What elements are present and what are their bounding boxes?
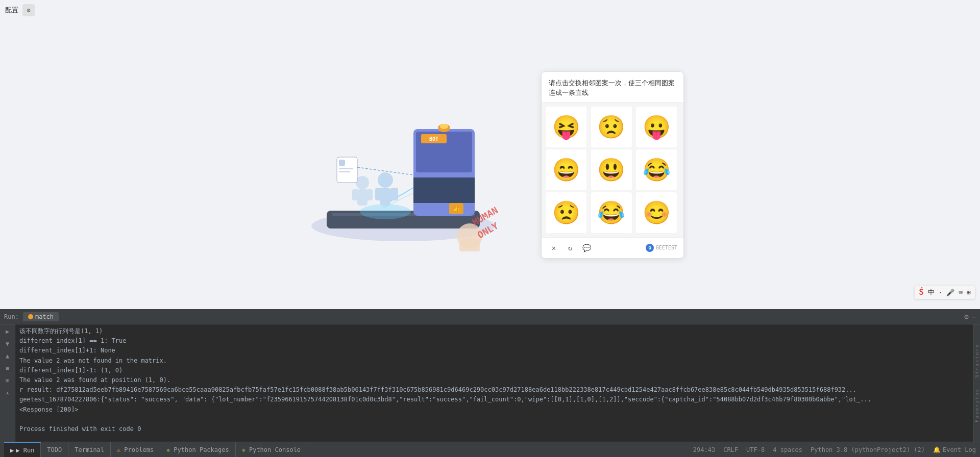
help-button[interactable]: 💬 [580,242,593,254]
console-output: 该不同数字的行列号是(1, 1) different_index[1] == 1… [15,324,973,442]
svg-rect-20 [366,189,373,200]
chinese-input-icon[interactable]: 中 [928,288,935,297]
favorites-label[interactable]: Favorites [974,388,979,422]
captcha-cell-5[interactable]: 😂 [636,149,677,190]
close-button[interactable]: ✕ [548,242,560,254]
scroll-up-button[interactable]: ▲ [3,351,13,361]
python-packages-label: Python Packages [174,446,229,453]
captcha-widget: 请点击交换相邻图案一次，使三个相同图案连成一条直线 😝 😟 😛 😄 😃 😂 😟 … [541,71,684,259]
svg-point-9 [440,124,448,129]
svg-rect-22 [339,160,345,166]
geetest-g-icon: G [646,244,654,252]
status-right: 294:43 CRLF UTF-8 4 spaces Python 3.8 (p… [693,446,976,453]
captcha-grid: 😝 😟 😛 😄 😃 😂 😟 😂 😊 [542,103,683,237]
svg-rect-16 [390,188,398,200]
run-tab-actions: ⚙ − [964,313,976,321]
console-line: different_index[1]-1: (1, 0) [19,366,969,375]
run-tab-name: match [35,313,54,320]
captcha-cell-1[interactable]: 😟 [591,107,632,147]
warning-icon: ⚠ [117,446,120,453]
console-line: The value 2 was not found in the matrix. [19,356,969,366]
gear-icon: ⚙ [27,7,30,14]
console-line: The value 2 was found at position (1, 0)… [19,375,969,385]
svg-rect-19 [352,189,359,200]
keyboard-icon[interactable]: ⌨ [959,289,963,296]
run-tab-match[interactable]: match [23,312,59,321]
minimize-icon[interactable]: − [972,313,976,321]
captcha-cell-0[interactable]: 😝 [546,107,586,147]
star-button[interactable]: ★ [3,388,13,398]
console-line-exit: Process finished with exit code 0 [19,424,969,434]
captcha-cell-8[interactable]: 😊 [636,192,677,233]
close-icon: ✕ [552,244,556,252]
svg-text:👍: 👍 [453,205,460,212]
captcha-instruction: 请点击交换相邻图案一次，使三个相同图案连成一条直线 [549,78,676,98]
refresh-button[interactable]: ↻ [564,242,576,254]
punctuation-icon[interactable]: · [939,289,943,296]
captcha-controls: ✕ ↻ 💬 [548,242,593,254]
input-method-bar: Ś 中 · 🎤 ⌨ ⊞ [915,286,975,299]
side-structure-panel: Structure Favorites [973,324,980,442]
terminal-tab[interactable]: Terminal [68,442,111,458]
ide-content: ▶ ▼ ▲ ≡ ⊞ ★ 该不同数字的行列号是(1, 1) different_i… [0,324,980,442]
browser-area: 配置 ⚙ BOT [0,0,980,309]
todo-tab[interactable]: TODO [41,442,68,458]
console-line: 该不同数字的行列号是(1, 1) [19,326,969,336]
help-icon: 💬 [582,244,591,252]
svg-rect-24 [339,171,350,172]
captcha-cell-4[interactable]: 😃 [591,149,632,190]
svg-rect-23 [339,168,353,169]
gear-button[interactable]: ⚙ [22,4,35,16]
captcha-header: 请点击交换相邻图案一次，使三个相同图案连成一条直线 [542,72,683,103]
run-status-label: ▶ Run [16,447,34,454]
indent: 4 spaces [773,446,802,453]
play-button[interactable]: ▶ [3,326,13,337]
console-line: <Response [200]> [19,405,969,415]
status-bar: ▶ ▶ Run TODO Terminal ⚠ Problems ◆ Pytho… [0,442,980,457]
captcha-cell-3[interactable]: 😄 [546,149,586,190]
microphone-icon[interactable]: 🎤 [946,289,954,296]
grid-button[interactable]: ⊞ [3,375,13,386]
svg-rect-15 [375,188,383,200]
python-console-label: Python Console [249,446,301,453]
event-log-button[interactable]: 🔔 Event Log [933,446,976,453]
config-label: 配置 [5,6,18,15]
python-console-icon: ◆ [242,446,246,453]
event-log-icon: 🔔 [933,446,941,453]
main-content: BOT [0,20,980,309]
settings-icon[interactable]: ⚙ [964,313,968,321]
line-ending: CRLF [723,446,738,453]
scroll-down-button[interactable]: ▼ [3,339,13,349]
svg-rect-7 [413,177,475,203]
status-tabs: ▶ ▶ Run TODO Terminal ⚠ Problems ◆ Pytho… [4,442,693,458]
ide-bottom: Run: match ⚙ − ▶ ▼ ▲ ≡ ⊞ ★ 该不同数字的行列号是(1,… [0,309,980,457]
captcha-cell-7[interactable]: 😂 [591,192,632,233]
charset: UTF-8 [746,446,765,453]
lines-button[interactable]: ≡ [3,363,13,373]
run-tab-status[interactable]: ▶ ▶ Run [4,442,41,458]
captcha-cell-6[interactable]: 😟 [546,192,586,233]
captcha-cell-2[interactable]: 😛 [636,107,677,147]
run-tab-bar: Run: match ⚙ − [0,309,980,324]
console-line [19,415,969,424]
top-bar: 配置 ⚙ [0,0,980,20]
svg-point-17 [356,176,369,189]
structure-label[interactable]: Structure [974,344,979,378]
console-line: different_index[1]+1: None [19,346,969,356]
run-label: Run: [4,313,19,320]
problems-tab[interactable]: ⚠ Problems [111,442,160,458]
svg-point-12 [360,204,411,219]
python-packages-icon: ◆ [166,446,170,453]
geetest-logo: G GEETEST [646,244,677,252]
python-console-tab[interactable]: ◆ Python Console [236,442,307,458]
console-line: geetest_1678704227806:{"status": "succes… [19,395,969,404]
run-tab-icon: ▶ [10,447,14,454]
robot-illustration: BOT [296,78,510,251]
grid-input-icon[interactable]: ⊞ [967,289,971,296]
console-line: different_index[1] == 1: True [19,336,969,346]
geetest-label: GEETEST [656,245,677,250]
event-log-label: Event Log [943,446,976,453]
captcha-footer: ✕ ↻ 💬 G GEETEST [542,237,683,258]
svg-rect-29 [459,239,480,251]
python-packages-tab[interactable]: ◆ Python Packages [160,442,236,458]
